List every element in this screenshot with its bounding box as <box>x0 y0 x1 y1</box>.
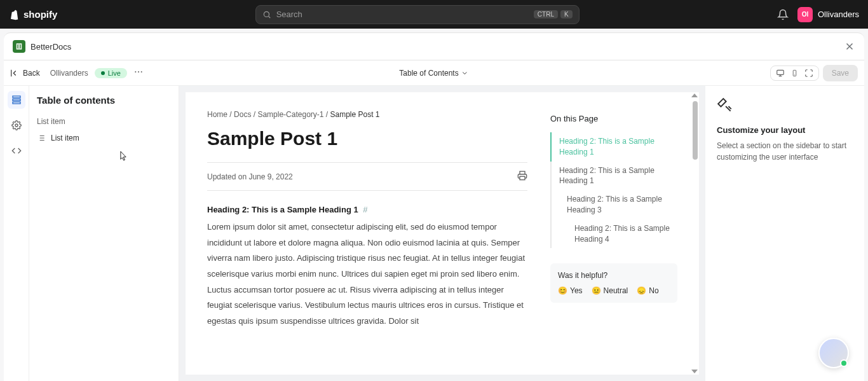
dots-icon <box>133 67 144 77</box>
chat-widget[interactable] <box>818 338 849 368</box>
search-shortcut: CTRL K <box>534 10 573 18</box>
page-preview: Home / Docs / Sample-Category-1 / Sample… <box>186 92 699 375</box>
rail-settings[interactable] <box>8 116 25 134</box>
toc-link[interactable]: Heading 2: This is a Sample Heading 1 <box>550 132 677 162</box>
app-name[interactable]: BetterDocs <box>13 40 71 53</box>
more-button[interactable] <box>133 67 144 79</box>
svg-point-1 <box>135 71 136 73</box>
breadcrumb-current: Sample Post 1 <box>330 110 380 119</box>
logo-text: shopify <box>24 9 57 20</box>
breadcrumb-category[interactable]: Sample-Category-1 <box>257 110 323 119</box>
heading-2: Heading 2: This is a Sample Heading 1 # <box>207 205 527 214</box>
rail-code[interactable] <box>8 142 25 160</box>
app-icon <box>13 40 25 53</box>
svg-point-9 <box>15 124 18 127</box>
search-placeholder: Search <box>276 10 302 19</box>
svg-rect-5 <box>793 70 796 76</box>
back-arrow-icon <box>10 69 19 78</box>
right-panel-heading: Customize your layout <box>717 125 853 135</box>
right-panel: Customize your layout Select a section o… <box>705 86 864 381</box>
main-area: Table of contents List item List item Ho… <box>4 86 864 381</box>
svg-rect-10 <box>520 176 525 179</box>
updated-date: Updated on June 9, 2022 <box>207 172 293 181</box>
store-name-crumb[interactable]: Ollivanders <box>50 69 88 78</box>
close-icon[interactable] <box>844 41 855 52</box>
svg-rect-4 <box>776 70 783 74</box>
right-panel-desc: Select a section on the sidebar to start… <box>717 140 853 163</box>
desktop-icon[interactable] <box>776 69 785 78</box>
on-this-page-title: On this Page <box>550 114 677 123</box>
search-input[interactable]: Search CTRL K <box>255 5 580 24</box>
user-menu[interactable]: Ol Ollivanders <box>797 7 859 22</box>
user-name: Ollivanders <box>818 10 859 19</box>
scroll-up-icon[interactable] <box>691 94 698 97</box>
svg-point-2 <box>138 71 139 73</box>
breadcrumb-home[interactable]: Home <box>207 110 227 119</box>
section-label[interactable]: List item <box>37 117 171 126</box>
shopify-icon <box>9 9 20 20</box>
feedback-yes[interactable]: 😊 Yes <box>558 286 583 295</box>
chevron-down-icon <box>461 69 469 77</box>
anchor-link[interactable]: # <box>363 205 367 214</box>
top-bar: shopify Search CTRL K Ol Ollivanders <box>0 0 868 29</box>
paintbrush-icon <box>717 97 733 114</box>
scroll-down-icon[interactable] <box>691 370 698 373</box>
bell-icon[interactable] <box>777 9 789 20</box>
feedback-question: Was it helpful? <box>558 271 670 280</box>
device-toggle <box>770 66 819 81</box>
online-status-icon <box>840 359 848 367</box>
svg-rect-8 <box>13 102 20 104</box>
avatar: Ol <box>797 7 813 22</box>
status-dot-icon <box>101 71 105 75</box>
panel-title: Table of contents <box>37 95 171 106</box>
code-icon <box>11 146 22 156</box>
customize-icon <box>717 97 853 116</box>
print-button[interactable] <box>517 170 527 183</box>
list-icon <box>37 134 46 142</box>
mobile-icon[interactable] <box>791 69 798 78</box>
preview-frame: Home / Docs / Sample-Category-1 / Sample… <box>179 86 705 381</box>
back-button[interactable]: Back <box>10 69 40 78</box>
toc-link[interactable]: Heading 2: This is a Sample Heading 3 <box>552 190 677 219</box>
toc-link[interactable]: Heading 2: This is a Sample Heading 1 <box>552 162 677 191</box>
side-panel: Table of contents List item List item <box>29 86 179 381</box>
feedback-box: Was it helpful? 😊 Yes 😐 Neutral 😞 No <box>550 263 677 303</box>
article-body: Lorem ipsum dolor sit amet, consectetur … <box>207 219 527 329</box>
svg-point-3 <box>141 71 142 73</box>
feedback-no[interactable]: 😞 No <box>637 286 658 295</box>
search-icon <box>262 10 271 19</box>
article-title: Sample Post 1 <box>207 128 527 149</box>
breadcrumb-docs[interactable]: Docs <box>234 110 251 119</box>
article: Home / Docs / Sample-Category-1 / Sample… <box>207 110 527 375</box>
toolbar: Back Ollivanders Live Table of Contents … <box>4 60 864 86</box>
preview-scrollbar[interactable] <box>690 92 699 375</box>
page-selector[interactable]: Table of Contents <box>399 69 468 78</box>
save-button[interactable]: Save <box>823 65 858 81</box>
left-rail <box>4 86 29 381</box>
tree-node-list-item[interactable]: List item <box>37 131 171 145</box>
scroll-thumb[interactable] <box>693 101 698 160</box>
fullscreen-icon[interactable] <box>804 69 813 78</box>
sections-icon <box>11 95 22 105</box>
live-badge: Live <box>95 68 127 78</box>
svg-point-0 <box>264 11 269 17</box>
print-icon <box>517 170 527 181</box>
breadcrumb: Home / Docs / Sample-Category-1 / Sample… <box>207 110 527 119</box>
toc-link[interactable]: Heading 2: This is a Sample Heading 4 <box>552 219 677 249</box>
app-header: BetterDocs <box>4 32 864 60</box>
on-this-page: On this Page Heading 2: This is a Sample… <box>550 110 677 375</box>
gear-icon <box>11 120 22 130</box>
rail-sections[interactable] <box>8 91 25 109</box>
feedback-neutral[interactable]: 😐 Neutral <box>592 286 628 295</box>
svg-rect-6 <box>13 96 20 98</box>
shopify-logo[interactable]: shopify <box>9 9 57 20</box>
svg-rect-7 <box>13 99 20 101</box>
